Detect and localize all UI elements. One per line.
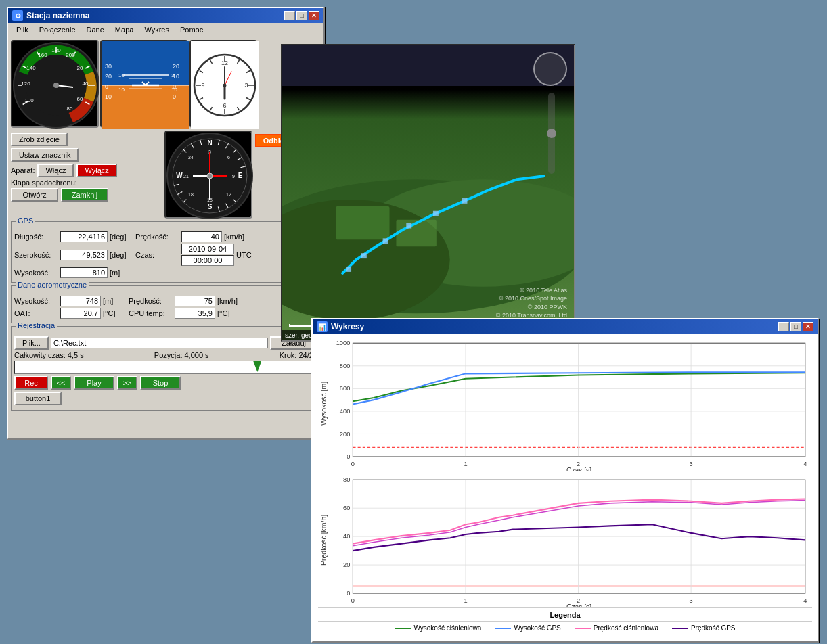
svg-text:20: 20 (343, 561, 350, 568)
svg-text:140: 140 (26, 65, 36, 71)
instruments-row: 100 120 140 160 180 200 20 40 60 80 (11, 40, 321, 128)
wylacz-button[interactable]: Wyłącz (76, 164, 116, 177)
menu-plik[interactable]: Plik (11, 24, 34, 35)
svg-text:100: 100 (24, 97, 34, 104)
rejestracja-title: Rejestracja (16, 321, 57, 329)
playback-slider[interactable] (14, 361, 317, 374)
czas-time-value[interactable]: 00:00:00 (181, 255, 234, 266)
menu-mapa[interactable]: Mapa (110, 24, 139, 35)
aero-wysokosc-row: Wysokość: 748 [m] Prędkość: 75 [km/h] (14, 296, 317, 306)
aero-wysokosc-value[interactable]: 748 (60, 296, 101, 306)
main-window: ⚙ Stacja naziemna _ □ ✕ Plik Połączenie … (7, 7, 325, 440)
svg-text:1: 1 (464, 461, 467, 467)
svg-text:S: S (207, 203, 212, 210)
svg-text:40: 40 (83, 80, 89, 87)
menu-polaczenie[interactable]: Połączenie (34, 24, 81, 35)
cpu-value[interactable]: 35,9 (175, 308, 215, 319)
charts-titlebar-controls: _ □ ✕ (778, 322, 813, 331)
rec-button[interactable]: Rec (14, 376, 48, 390)
svg-text:Prędkość [km/h]: Prędkość [km/h] (320, 515, 328, 566)
nav-vertical-slider[interactable] (548, 93, 555, 174)
oat-value[interactable]: 20,7 (60, 308, 101, 319)
clock-svg: 12 3 6 9 (191, 41, 259, 129)
svg-text:4: 4 (803, 597, 807, 604)
szerokosc-value[interactable]: 49,523 (60, 250, 108, 260)
szerokosc-label: Szerokość: (14, 251, 58, 259)
svg-text:80: 80 (67, 106, 73, 112)
svg-rect-110 (462, 198, 468, 204)
svg-text:60: 60 (343, 505, 350, 511)
svg-text:60: 60 (77, 96, 83, 102)
svg-text:24: 24 (188, 155, 194, 160)
time-info-row: Całkowity czas: 4,5 s Pozycja: 4,000 s K… (14, 351, 317, 359)
forward-button[interactable]: >> (117, 376, 137, 390)
main-menubar: Plik Połączenie Dane Mapa Wykres Pomoc (8, 23, 323, 37)
titlebar-title-group: ⚙ Stacja naziemna (12, 10, 89, 21)
aero-wysokosc-unit: [m] (103, 297, 127, 305)
legend-item-1: Wysokość GPS (495, 624, 560, 632)
otworz-button[interactable]: Otwórz (11, 188, 58, 202)
gps-title: GPS (16, 216, 35, 225)
clock-gauge: 12 3 6 9 (189, 40, 257, 128)
menu-pomoc[interactable]: Pomoc (175, 24, 208, 35)
svg-text:N: N (207, 139, 212, 147)
svg-text:1000: 1000 (336, 340, 351, 346)
ustaw-znacznik-button[interactable]: Ustaw znacznik (11, 148, 79, 162)
charts-close-button[interactable]: ✕ (803, 322, 813, 331)
map-copyright: © 2010 Tele Atlas © 2010 Cnes/Spot Image… (496, 286, 567, 320)
svg-text:21: 21 (183, 174, 189, 179)
dane-aerometryczne-title: Dane aerometryczne (16, 281, 89, 289)
czas-date-value[interactable]: 2010-09-04 (181, 244, 234, 254)
controls-row: Zrób zdjęcie Ustaw znacznik Aparat: Włąc… (11, 131, 321, 218)
main-content: 100 120 140 160 180 200 20 40 60 80 (8, 37, 323, 416)
legend-item-0: Wysokość ciśnieniowa (395, 624, 481, 632)
menu-dane[interactable]: Dane (81, 24, 110, 35)
rejestracja-group: Rejestracja Plik... C:\Rec.txt Załaduj C… (11, 326, 321, 411)
zamknij-button[interactable]: Zamknij (61, 188, 108, 202)
stop-button[interactable]: Stop (140, 376, 181, 390)
wlacz-button[interactable]: Włącz (37, 164, 74, 177)
predkosc-gps-value[interactable]: 40 (181, 231, 222, 242)
altimeter-gauge: 10 3 10 10 30 20 0 10 20 10 (100, 40, 188, 128)
app-icon: ⚙ (12, 10, 23, 21)
wysokosc-gps-unit: [m] (110, 269, 133, 277)
titlebar-controls: _ □ ✕ (284, 11, 319, 20)
zrob-zdjecie-button[interactable]: Zrób zdjęcie (11, 133, 68, 146)
plik-button[interactable]: Plik... (14, 336, 49, 350)
aero-predkosc-value[interactable]: 75 (175, 296, 215, 306)
compass-svg: N E S W (166, 132, 254, 220)
charts-restore-button[interactable]: □ (790, 322, 801, 331)
dane-aerometryczne-group: Dane aerometryczne Wysokość: 748 [m] Prę… (11, 285, 321, 323)
extra-buttons: button1 (14, 392, 317, 405)
speedometer-svg: 100 120 140 160 180 200 20 40 60 80 (12, 41, 100, 129)
nav-circle[interactable] (533, 52, 567, 86)
close-button[interactable]: ✕ (309, 11, 319, 20)
dlugosc-unit: [deg] (110, 233, 133, 241)
play-button[interactable]: Play (74, 376, 114, 390)
file-path-input[interactable]: C:\Rec.txt (51, 338, 268, 348)
button1[interactable]: button1 (14, 392, 62, 405)
svg-point-99 (207, 173, 213, 179)
legend-label-3: Prędkość GPS (691, 624, 736, 632)
dlugosc-label: Długość: (14, 233, 58, 241)
menu-wykres[interactable]: Wykres (139, 24, 175, 35)
svg-text:30: 30 (105, 63, 112, 70)
svg-text:12: 12 (226, 192, 231, 197)
svg-point-66 (223, 84, 227, 87)
charts-minimize-button[interactable]: _ (778, 322, 789, 331)
chart2-container: 0 20 40 60 80 0 1 2 3 4 Czas [s] Prędkoś… (318, 476, 812, 607)
svg-text:20: 20 (105, 73, 112, 80)
cpu-label: CPU temp: (129, 309, 173, 317)
restore-button[interactable]: □ (296, 11, 307, 20)
svg-rect-103 (336, 206, 389, 240)
chart1-svg: 0 200 400 600 800 1000 0 1 2 3 4 Czas [s… (318, 340, 812, 471)
charts-titlebar: 📊 Wykresy _ □ ✕ (313, 319, 818, 334)
minimize-button[interactable]: _ (284, 11, 295, 20)
dlugosc-value[interactable]: 22,4116 (60, 231, 108, 242)
rewind-button[interactable]: << (51, 376, 71, 390)
svg-text:160: 160 (38, 52, 47, 58)
wysokosc-gps-value[interactable]: 810 (60, 267, 108, 278)
slider-marker (253, 361, 261, 372)
svg-text:E: E (238, 172, 242, 179)
svg-text:80: 80 (343, 476, 350, 483)
